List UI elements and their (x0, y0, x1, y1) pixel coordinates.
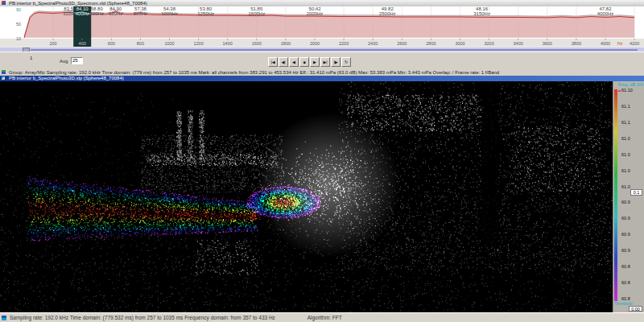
scale-value: 60.9 (621, 216, 633, 221)
scale-value: 60.8 (621, 264, 633, 269)
avg-label: Avg (60, 59, 68, 64)
scale-value: 61.1 (621, 104, 633, 109)
algorithm-label: Algorithm: FFT (308, 315, 342, 320)
svg-text:1800: 1800 (281, 41, 291, 46)
spectrum-window-title: PB:interior b_SpectralPhoto3D_Spectrum.x… (9, 1, 147, 6)
scale-step-input[interactable]: 0.1 (630, 189, 642, 196)
scale-value: 61.0 (621, 152, 633, 157)
application-window: PB:interior b_SpectralPhoto3D_Spectrum.x… (0, 0, 644, 322)
stop-button[interactable]: ■ (299, 57, 309, 67)
step-forward-button[interactable]: ▶| (320, 57, 330, 67)
svg-text:10: 10 (16, 36, 21, 41)
play-button[interactable]: ▶ (310, 57, 320, 67)
svg-text:1000: 1000 (164, 41, 174, 46)
svg-text:3200: 3200 (484, 41, 493, 46)
svg-text:400: 400 (79, 41, 86, 46)
svg-text:3600: 3600 (543, 41, 552, 46)
bottom-status-bar: Sampling rate: 192.0 kHz Time domain: (7… (0, 312, 644, 322)
status-bar-icon (2, 316, 6, 320)
svg-text:2800: 2800 (426, 41, 436, 46)
scale-counter-label: 0/0 (637, 82, 643, 87)
svg-text:2400: 2400 (368, 41, 378, 46)
spectrum-status-text: Group: Array/Mic Sampling rate: 192.0 kH… (9, 70, 499, 75)
svg-text:3000: 3000 (455, 41, 464, 46)
scale-value: 60.9 (621, 232, 633, 237)
photo3d-window-title: PB:interior b_SpectralPhoto3D.xlp (Spher… (9, 76, 124, 80)
svg-text:4000: 4000 (601, 41, 610, 46)
photo3d-window-titlebar[interactable]: PB:interior b_SpectralPhoto3D.xlp (Spher… (0, 76, 644, 81)
svg-text:600: 600 (108, 41, 115, 46)
svg-text:Hz: Hz (617, 41, 623, 46)
avg-input[interactable] (71, 57, 83, 64)
scale-value: 61.0 (621, 184, 633, 189)
transport-controls: |◀◀|◀■▶▶||▶↻ (268, 57, 351, 67)
scale-value: 61.10 (621, 88, 633, 93)
scale-header-label: Freq. dB (618, 82, 635, 87)
svg-text:1600: 1600 (252, 41, 262, 46)
scale-value: 60.9 (621, 248, 633, 253)
svg-text:3400: 3400 (514, 41, 523, 46)
svg-text:4200: 4200 (630, 41, 639, 46)
scale-value: 61.0 (621, 168, 633, 173)
color-gradient-bar[interactable] (614, 89, 617, 301)
svg-text:200: 200 (50, 41, 57, 46)
spectrum-status-line: Group: Array/Mic Sampling rate: 192.0 kH… (0, 69, 644, 76)
skip-end-button[interactable]: |▶ (331, 57, 341, 67)
spectrum-chart-panel: 2004006008001000120014001600180020002200… (0, 6, 644, 47)
scale-value: 60.9 (621, 200, 633, 204)
svg-text:2000: 2000 (310, 41, 320, 46)
threshold-input[interactable]: 0.00 (629, 306, 642, 312)
scale-value: 60.8 (621, 280, 633, 285)
spectrum-window-icon (2, 1, 6, 5)
point-cloud-view[interactable] (0, 81, 644, 312)
scale-value: 61.0 (621, 136, 633, 141)
color-scale-panel: Freq. dB 0/0 61.1061.161.161.061.061.061… (613, 81, 644, 312)
svg-text:2600: 2600 (397, 41, 407, 46)
step-back-button[interactable]: ◀| (279, 57, 288, 67)
scale-cursor-marker (618, 90, 621, 92)
channel-index-label: 1 (30, 56, 32, 60)
svg-text:800: 800 (137, 41, 144, 46)
scrollbar-track[interactable] (31, 49, 638, 51)
svg-text:50: 50 (16, 22, 21, 27)
loop-button[interactable]: ↻ (341, 57, 351, 67)
svg-text:1200: 1200 (193, 41, 203, 46)
svg-text:3800: 3800 (572, 41, 581, 46)
group-icon (2, 70, 6, 74)
point-cloud-viewport: Freq. dB 0/0 61.1061.161.161.061.061.061… (0, 81, 644, 312)
skip-start-button[interactable]: |◀ (268, 57, 278, 67)
play-reverse-button[interactable]: ◀ (289, 57, 299, 67)
svg-text:90: 90 (16, 7, 21, 12)
photo3d-window-icon (2, 76, 5, 80)
spectrum-chart[interactable]: 2004006008001000120014001600180020002200… (0, 6, 644, 47)
svg-text:1400: 1400 (223, 41, 233, 46)
bottom-status-text: Sampling rate: 192.0 kHz Time domain: (7… (10, 315, 275, 320)
playback-toolbar: 1 Avg |◀◀|◀■▶▶||▶↻ (0, 52, 644, 70)
scale-value: 61.1 (621, 120, 633, 125)
svg-text:2200: 2200 (339, 41, 349, 46)
